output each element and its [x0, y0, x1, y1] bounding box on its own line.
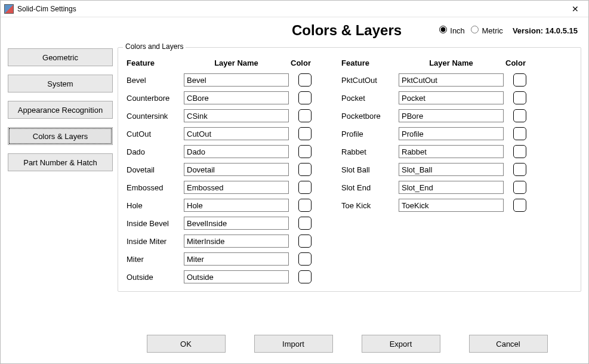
layer-name-input[interactable] [184, 199, 289, 212]
sidebar-item-part-number-hatch[interactable]: Part Number & Hatch [8, 153, 113, 171]
color-swatch[interactable] [298, 235, 312, 248]
ok-button[interactable]: OK [147, 335, 226, 353]
layer-name-input[interactable] [399, 199, 504, 212]
main: Geometric System Appearance Recognition … [1, 39, 588, 292]
layer-name-input[interactable] [399, 91, 504, 104]
color-swatch[interactable] [513, 163, 526, 176]
feature-label: CutOut [127, 129, 184, 138]
layer-name-input[interactable] [399, 109, 504, 122]
feature-label: Dovetail [127, 165, 184, 174]
feature-label: Inside Miter [127, 237, 184, 246]
feature-row: Rabbet [341, 143, 528, 161]
close-icon[interactable]: ✕ [566, 2, 585, 16]
sidebar-item-geometric[interactable]: Geometric [8, 48, 113, 66]
feature-label: Pocketbore [341, 112, 399, 121]
feature-row: Dado [127, 143, 313, 161]
feature-row: Miter [127, 250, 313, 268]
feature-label: Inside Bevel [127, 219, 184, 228]
header-layer: Layer Name [184, 58, 289, 67]
layer-name-input[interactable] [399, 73, 504, 87]
feature-label: Hole [127, 201, 184, 210]
layer-name-input[interactable] [184, 91, 289, 104]
header-color: Color [289, 58, 313, 67]
feature-label: Countersink [127, 112, 184, 121]
feature-row: Embossed [127, 178, 313, 196]
feature-row: Outside [127, 268, 313, 286]
layer-name-input[interactable] [184, 73, 289, 87]
unit-metric-radio[interactable] [471, 26, 479, 33]
color-swatch[interactable] [298, 127, 312, 140]
unit-inch-radio[interactable] [439, 26, 447, 33]
feature-label: Counterbore [127, 94, 184, 103]
layer-name-input[interactable] [399, 163, 504, 176]
feature-row: Pocket [341, 89, 528, 107]
left-column: Feature Layer Name Color BevelCounterbor… [127, 58, 313, 286]
feature-row: Hole [127, 196, 313, 214]
import-button[interactable]: Import [254, 335, 333, 353]
feature-row: Slot End [341, 178, 528, 196]
layer-name-input[interactable] [399, 145, 504, 158]
color-swatch[interactable] [513, 181, 526, 194]
color-swatch[interactable] [298, 73, 312, 87]
feature-label: Profile [341, 129, 399, 138]
color-swatch[interactable] [513, 127, 526, 140]
feature-row: Profile [341, 125, 528, 143]
layer-name-input[interactable] [399, 181, 504, 194]
color-swatch[interactable] [513, 199, 526, 212]
feature-row: Slot Ball [341, 161, 528, 178]
color-swatch[interactable] [298, 163, 312, 176]
color-swatch[interactable] [298, 252, 312, 266]
layer-name-input[interactable] [184, 217, 289, 230]
export-button[interactable]: Export [362, 335, 440, 353]
color-swatch[interactable] [298, 109, 312, 122]
color-swatch[interactable] [513, 91, 526, 104]
sidebar-item-colors-layers[interactable]: Colors & Layers [8, 127, 113, 145]
color-swatch[interactable] [298, 145, 312, 158]
color-swatch[interactable] [298, 181, 312, 194]
layer-name-input[interactable] [184, 145, 289, 158]
layer-name-input[interactable] [184, 252, 289, 266]
feature-row: Inside Bevel [127, 214, 313, 232]
unit-inch-label: Inch [450, 26, 465, 35]
unit-metric-label: Metric [482, 26, 502, 35]
window-title: Solid-Cim Settings [17, 5, 76, 13]
layer-name-input[interactable] [184, 127, 289, 140]
feature-label: Bevel [127, 76, 184, 85]
color-swatch[interactable] [298, 270, 312, 283]
feature-label: Rabbet [341, 147, 399, 156]
color-swatch[interactable] [298, 199, 312, 212]
color-swatch[interactable] [298, 217, 312, 230]
app-icon [4, 4, 14, 14]
color-swatch[interactable] [513, 109, 526, 122]
header-layer: Layer Name [399, 58, 504, 67]
feature-label: Slot End [341, 183, 399, 192]
feature-row: Toe Kick [341, 196, 528, 214]
feature-label: Pocket [341, 94, 399, 103]
unit-inch-option[interactable]: Inch [439, 26, 465, 35]
feature-row: Countersink [127, 107, 313, 125]
layer-name-input[interactable] [184, 181, 289, 194]
layer-name-input[interactable] [399, 127, 504, 140]
layer-name-input[interactable] [184, 163, 289, 176]
feature-row: PktCutOut [341, 71, 528, 89]
feature-label: Miter [127, 255, 184, 264]
header-feature: Feature [341, 58, 399, 67]
cancel-button[interactable]: Cancel [469, 335, 548, 353]
color-swatch[interactable] [513, 145, 526, 158]
feature-label: Dado [127, 147, 184, 156]
sidebar-item-appearance-recognition[interactable]: Appearance Recognition [8, 101, 113, 119]
sidebar-item-system[interactable]: System [8, 75, 113, 92]
feature-row: Inside Miter [127, 232, 313, 250]
layer-name-input[interactable] [184, 109, 289, 122]
version-label: Version: 14.0.5.15 [513, 26, 578, 35]
layer-name-input[interactable] [184, 235, 289, 248]
header-feature: Feature [127, 58, 184, 67]
color-swatch[interactable] [298, 91, 312, 104]
layer-name-input[interactable] [184, 270, 289, 283]
unit-metric-option[interactable]: Metric [471, 26, 503, 35]
color-swatch[interactable] [513, 73, 526, 87]
feature-label: Outside [127, 273, 184, 282]
right-column: Feature Layer Name Color PktCutOutPocket… [341, 58, 528, 286]
sidebar: Geometric System Appearance Recognition … [8, 41, 113, 292]
header-color: Color [504, 58, 528, 67]
